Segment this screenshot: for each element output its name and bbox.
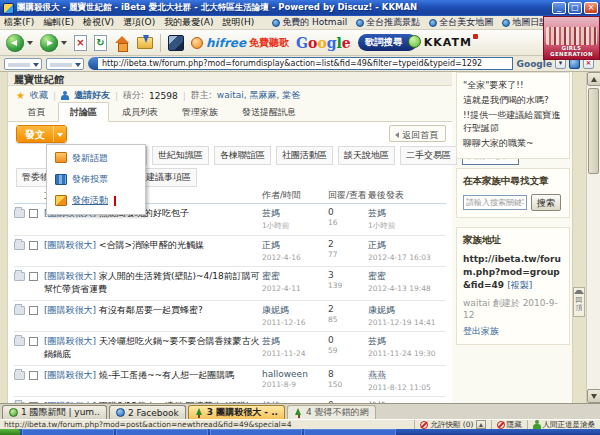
refresh-button[interactable]: ↻	[94, 35, 107, 51]
tab-home[interactable]: 首頁	[16, 103, 56, 121]
menu-edit[interactable]: 編輯(E)	[43, 16, 74, 29]
thread-checkbox[interactable]	[29, 306, 38, 315]
last-poster-link[interactable]: 芸媽	[368, 207, 446, 220]
taskbar-item[interactable]	[116, 429, 208, 435]
kkatm-button[interactable]: KKATM	[424, 36, 478, 49]
page-scrollbar[interactable]	[586, 72, 600, 403]
scroll-up-icon[interactable]	[587, 72, 600, 86]
return-home-button[interactable]: 返回首頁	[389, 125, 446, 142]
thread-tag-link[interactable]: [團購殺很大]	[44, 240, 96, 250]
quicklink-map[interactable]: 全台美女地圖	[429, 16, 493, 29]
address-combo-2[interactable]	[46, 58, 84, 70]
thread-checkbox[interactable]	[29, 241, 38, 250]
menu-help[interactable]: 說明(H)	[222, 16, 254, 29]
forward-button[interactable]	[40, 34, 58, 52]
category-knowledge[interactable]: 世紀知識區	[152, 146, 209, 165]
thread-title-link[interactable]: <合購>消除甲醛的光觸媒	[99, 240, 204, 250]
start-button[interactable]	[0, 429, 20, 435]
thread-author-link[interactable]: 芸媽	[262, 335, 328, 348]
address-combo-1[interactable]	[4, 58, 42, 70]
thread-checkbox[interactable]	[29, 272, 38, 281]
lyrics-search-button[interactable]: 歌詞搜尋	[358, 34, 417, 51]
category-buildings[interactable]: 各棟聯誼區	[214, 146, 271, 165]
post-dropdown-arrow-icon[interactable]	[53, 126, 66, 142]
category-clubs[interactable]: 社團活動區	[276, 146, 333, 165]
thread-checkbox[interactable]	[29, 337, 38, 346]
scroll-down-icon[interactable]	[587, 389, 600, 403]
post-button[interactable]: 發文	[16, 125, 67, 143]
browser-tab-4[interactable]: 4 覺得不錯的網	[287, 405, 376, 419]
hot-topic-link[interactable]: "全家"要來了!!	[463, 79, 563, 92]
back-to-top-button[interactable]: 回頂	[573, 287, 585, 317]
quicklink-spots[interactable]: 全台推薦景點	[356, 16, 420, 29]
thread-author-link[interactable]: 蜜蜜	[262, 270, 328, 283]
category-secondhand[interactable]: 二手交易區	[400, 146, 457, 165]
google-logo[interactable]: Google	[296, 35, 351, 51]
thread-tag-link[interactable]: [團購殺很大]	[44, 336, 96, 346]
menu-new-poll[interactable]: 發佈投票	[47, 169, 145, 190]
thread-tag-link[interactable]: [團購殺很大]	[44, 305, 96, 315]
back-button[interactable]	[6, 34, 24, 52]
last-poster-link[interactable]: 康妮媽	[368, 304, 446, 317]
thread-tag-link[interactable]: [團購殺很大]	[44, 271, 96, 281]
taskbar-item[interactable]	[304, 429, 396, 435]
back-dropdown-icon[interactable]	[27, 41, 33, 45]
girls-generation-banner[interactable]: GIRLS GENERATION	[543, 16, 600, 60]
popup-blocker-control[interactable]: 允許快顯 (0)	[414, 420, 490, 430]
menu-new-event[interactable]: 發佈活動	[47, 190, 145, 211]
online-user-status[interactable]: 人間正道是滄桑	[527, 420, 600, 430]
popup-expand-icon[interactable]	[476, 420, 486, 429]
scrollbar-thumb[interactable]	[588, 88, 599, 174]
logout-group-link[interactable]: 登出家族	[463, 325, 563, 338]
menu-file[interactable]: 檔案(F)	[4, 16, 34, 29]
category-suggestions[interactable]: 建議事項區	[140, 168, 197, 187]
hide-control[interactable]: 隱藏	[491, 420, 527, 430]
forward-dropdown-icon[interactable]	[61, 41, 67, 45]
copy-link[interactable]: [複製]	[507, 280, 532, 290]
browser-tab-1[interactable]: 1 國際新聞 | yum..	[2, 405, 107, 419]
thread-checkbox[interactable]	[29, 209, 38, 218]
thread-author-link[interactable]: 正媽	[262, 239, 328, 252]
menu-new-topic[interactable]: 發新話題	[47, 148, 145, 169]
tab-notify[interactable]: 發送提醒訊息	[231, 103, 307, 121]
group-search-input[interactable]	[463, 195, 527, 210]
taskbar-item[interactable]	[22, 429, 114, 435]
favorite-link[interactable]: 收藏	[30, 89, 48, 102]
menu-options[interactable]: 選項(O)	[123, 16, 155, 29]
tab-discussion[interactable]: 討論區	[58, 102, 109, 122]
thread-title-link[interactable]: 燒-手工蛋捲~~有人想一起團購嗎	[99, 370, 234, 380]
hot-topic-link[interactable]: !!提供一些建議給麗寶進行聖誕節	[463, 109, 563, 135]
quicklink-hotmail[interactable]: 免費的 Hotmail	[272, 16, 347, 29]
taskbar-item[interactable]	[210, 429, 302, 435]
thread-author-link[interactable]: 康妮媽	[262, 304, 328, 317]
last-poster-link[interactable]: 蜜蜜	[368, 270, 446, 283]
kkbox-cube-icon[interactable]	[168, 35, 184, 51]
last-poster-link[interactable]: 正媽	[368, 239, 446, 252]
menu-favorites[interactable]: 我的最愛(A)	[164, 16, 213, 29]
thread-checkbox[interactable]	[29, 371, 38, 380]
last-poster-link[interactable]: 燕燕	[368, 369, 446, 382]
category-chat[interactable]: 談天說地區	[338, 146, 395, 165]
invite-friend-link[interactable]: 邀請好友	[74, 89, 110, 102]
browser-tab-2[interactable]: 2 Facebook	[109, 405, 186, 419]
last-poster-link[interactable]: 芸媽	[368, 335, 446, 348]
download-button[interactable]	[137, 37, 153, 49]
hifree-button[interactable]: hifree 免費聽歌	[191, 36, 289, 50]
tab-members[interactable]: 成員列表	[111, 103, 169, 121]
thread-author-link[interactable]: 芸媽	[262, 207, 328, 220]
minimize-button[interactable]: _	[552, 2, 566, 14]
stop-button[interactable]: ×	[74, 35, 87, 51]
quicklink-diary[interactable]: 地圖日記	[502, 16, 548, 29]
hot-topic-link[interactable]: 這就是我們喝的水嗎?	[463, 94, 563, 107]
home-button[interactable]	[114, 35, 130, 51]
thread-author-link[interactable]: halloween	[262, 369, 328, 379]
url-input[interactable]: http://ibeta.tw/forum.php?mod=forumdispl…	[98, 57, 513, 70]
owner-names[interactable]: waitai, 黑麻麻, 棠爸	[217, 89, 300, 102]
thread-tag-link[interactable]: [團購殺很大]	[44, 370, 96, 380]
tab-manage[interactable]: 管理家族	[171, 103, 229, 121]
browser-tab-3-active[interactable]: 3 團購殺很大 - ..	[188, 405, 285, 419]
close-button[interactable]: ×	[584, 2, 598, 14]
group-search-button[interactable]: 搜索	[531, 194, 561, 211]
thread-title-link[interactable]: 有沒有鄰居要一起買蜂蜜?	[99, 305, 203, 315]
maximize-button[interactable]: □	[568, 2, 582, 14]
